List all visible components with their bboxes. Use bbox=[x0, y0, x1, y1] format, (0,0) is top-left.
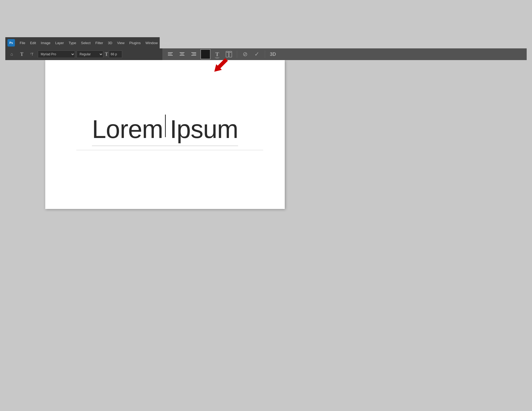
svg-rect-8 bbox=[191, 55, 196, 56]
menu-image[interactable]: Image bbox=[39, 40, 52, 46]
menu-select[interactable]: Select bbox=[79, 40, 93, 46]
align-left-button[interactable] bbox=[166, 49, 175, 59]
menu-plugins[interactable]: Plugins bbox=[127, 40, 143, 46]
svg-rect-6 bbox=[191, 52, 196, 53]
svg-rect-11 bbox=[226, 52, 228, 53]
menu-window[interactable]: Window bbox=[143, 40, 160, 46]
align-center-button[interactable] bbox=[177, 49, 187, 59]
confirm-text-button[interactable]: ✓ bbox=[252, 49, 262, 59]
menu-edit[interactable]: Edit bbox=[28, 40, 38, 46]
ps-logo: Ps bbox=[7, 39, 15, 47]
menu-filter[interactable]: Filter bbox=[93, 40, 105, 46]
menu-help[interactable]: Help bbox=[160, 40, 172, 46]
svg-rect-3 bbox=[180, 52, 184, 53]
panels-icon bbox=[225, 51, 233, 58]
home-tool-button[interactable]: ⌂ bbox=[7, 50, 16, 58]
font-size-value[interactable]: 66 p bbox=[109, 51, 122, 58]
align-right-icon bbox=[191, 51, 197, 57]
menu-bar: Ps File Edit Image Layer Type Select Fil… bbox=[5, 37, 160, 48]
svg-rect-5 bbox=[180, 55, 184, 56]
font-size-container: T 66 p bbox=[105, 51, 122, 58]
menu-layer[interactable]: Layer bbox=[53, 40, 66, 46]
font-family-select[interactable]: Myriad Pro bbox=[38, 51, 75, 58]
menu-file[interactable]: File bbox=[18, 40, 27, 46]
menu-type[interactable]: Type bbox=[67, 40, 78, 46]
text-baseline bbox=[76, 150, 263, 150]
toolbar-divider bbox=[237, 51, 237, 58]
canvas: Lorem Ipsum bbox=[45, 60, 285, 209]
font-style-select[interactable]: Regular bbox=[77, 51, 103, 58]
cancel-text-button[interactable]: ⊘ bbox=[240, 49, 250, 59]
menu-3d[interactable]: 3D bbox=[106, 40, 114, 46]
svg-rect-7 bbox=[192, 54, 196, 54]
three-d-button[interactable]: 3D bbox=[268, 51, 278, 58]
svg-rect-2 bbox=[168, 55, 173, 56]
toolbar-divider-2 bbox=[265, 51, 265, 58]
type-tool-button[interactable]: T bbox=[18, 50, 26, 58]
options-bar-right: T ⊘ ✓ 3D bbox=[162, 48, 527, 60]
text-warp-button[interactable]: T bbox=[212, 49, 222, 59]
svg-rect-0 bbox=[168, 52, 173, 53]
text-color-swatch[interactable] bbox=[201, 49, 210, 59]
character-panel-button[interactable] bbox=[224, 49, 234, 59]
align-center-icon bbox=[179, 51, 185, 57]
text-cursor bbox=[165, 115, 166, 137]
svg-rect-1 bbox=[168, 54, 172, 54]
svg-rect-12 bbox=[230, 52, 231, 53]
vertical-type-tool-button[interactable]: ᴵT bbox=[28, 50, 36, 58]
align-left-icon bbox=[167, 51, 173, 57]
menu-view[interactable]: View bbox=[115, 40, 127, 46]
align-right-button[interactable] bbox=[189, 49, 199, 59]
options-bar-left: ⌂ T ᴵT Myriad Pro Regular T 66 p bbox=[5, 48, 162, 60]
svg-rect-4 bbox=[180, 54, 184, 54]
font-size-icon: T bbox=[105, 52, 108, 57]
